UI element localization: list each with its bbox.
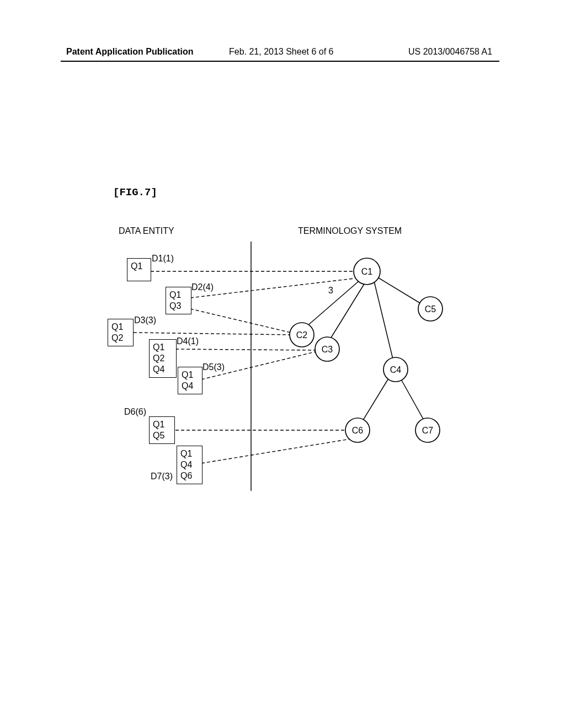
entity-d7-label: D7(3) [151,472,173,481]
svg-line-8 [201,437,360,463]
concept-c6: C6 [345,418,370,442]
entity-d5-items: Q1 Q4 [178,367,202,394]
concept-c2: C2 [290,323,314,347]
entity-d1: Q1 [127,258,151,281]
figure-label: [FIG.7] [113,186,157,199]
page: Patent Application Publication Feb. 21, … [0,0,565,728]
svg-text:C4: C4 [390,365,402,374]
entity-d3-label: D3(3) [134,315,156,325]
svg-text:C1: C1 [361,267,373,276]
entity-d7-items: Q1 Q4 Q6 [177,446,202,484]
diagram: DATA ENTITY TERMINOLOGY SYSTEM [66,226,502,513]
svg-line-14 [401,379,425,422]
svg-text:C7: C7 [422,426,434,435]
entity-d6: Q1 Q5 [149,416,175,444]
entity-d3-items: Q1 Q2 [108,319,133,346]
svg-text:C6: C6 [352,426,364,435]
concept-c1: C1 [354,258,380,285]
entity-d5: Q1 Q4 [178,367,202,394]
svg-line-13 [362,379,388,422]
edge-label-3: 3 [328,286,333,296]
entity-d1-items: Q1 [127,259,151,274]
header-left: Patent Application Publication [66,47,194,57]
entity-d4-items: Q1 Q2 Q4 [150,340,176,377]
entity-d4-label: D4(1) [177,336,199,346]
entity-d5-label: D5(3) [202,362,225,372]
svg-line-11 [374,281,393,361]
svg-text:C2: C2 [296,330,308,340]
entity-d7: Q1 Q4 Q6 [177,446,202,484]
header-mid: Feb. 21, 2013 Sheet 6 of 6 [229,47,333,57]
entity-d4: Q1 Q2 Q4 [149,339,177,378]
concept-c7: C7 [415,418,440,442]
svg-line-12 [377,277,420,303]
header-right: US 2013/0046758 A1 [408,47,492,57]
entity-d2-label: D2(4) [191,282,214,292]
svg-text:C3: C3 [322,345,333,354]
header-rule [61,61,499,62]
concept-c3: C3 [315,337,339,361]
svg-line-10 [329,284,364,340]
concept-c5: C5 [418,297,443,321]
svg-line-4 [134,333,291,335]
entity-d2-items: Q1 Q3 [166,287,191,314]
concept-c4: C4 [383,357,408,382]
svg-line-5 [175,349,315,350]
entity-d3: Q1 Q2 [108,319,134,346]
svg-line-3 [190,309,291,333]
svg-text:C5: C5 [425,304,436,314]
entity-d6-label: D6(6) [124,407,146,417]
entity-d6-items: Q1 Q5 [150,417,174,443]
entity-d1-label: D1(1) [152,254,174,264]
entity-d2: Q1 Q3 [166,287,191,314]
